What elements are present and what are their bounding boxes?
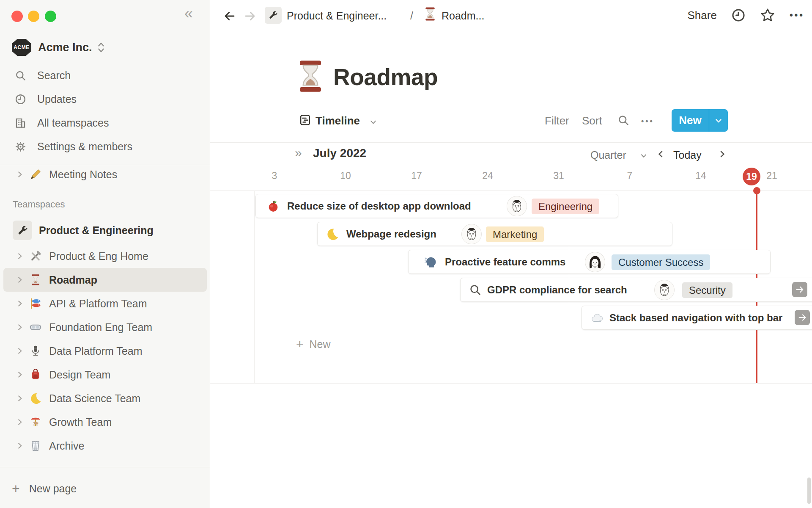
- breadcrumb-hourglass-icon: [423, 7, 437, 21]
- sidebar-item-label: Growth Team: [49, 416, 112, 428]
- timeline-card-stack-navigation[interactable]: Stack based navigation with top bar: [582, 306, 812, 330]
- wrench-icon: [13, 221, 32, 240]
- timeline-expand-icon[interactable]: »: [295, 146, 302, 160]
- new-button-label: New: [672, 114, 709, 127]
- chevron-right-icon[interactable]: [16, 171, 24, 178]
- date-tick: 14: [695, 170, 706, 182]
- scroll-right-arrow-button[interactable]: [795, 310, 810, 325]
- window-zoom-button[interactable]: [45, 11, 56, 22]
- chevron-right-icon[interactable]: [16, 347, 24, 355]
- timeline-card-reduce-size[interactable]: Reduce size of desktop app download Engi…: [255, 194, 618, 218]
- zoom-chevron-down-icon[interactable]: [640, 152, 647, 159]
- teamspace-product-engineering[interactable]: Product & Engineering: [0, 218, 210, 242]
- avatar: [462, 224, 481, 244]
- timeline-card-proactive-feature-comms[interactable]: Proactive feature comms Customer Success: [408, 250, 771, 274]
- sidebar-item-product-eng-home[interactable]: Product & Eng Home: [0, 244, 210, 268]
- timeline-card-gdpr-compliance[interactable]: GDPR compliance for search Security: [460, 278, 812, 302]
- timeline-next-icon[interactable]: [718, 150, 727, 158]
- history-clock-icon[interactable]: [731, 8, 746, 22]
- timeline-month-label[interactable]: July 2022: [313, 146, 366, 160]
- search-icon[interactable]: [617, 114, 629, 126]
- sidebar-collapse-icon[interactable]: «: [184, 6, 193, 21]
- timeline-card-webpage-redesign[interactable]: Webpage redesign Marketing: [317, 222, 672, 246]
- vertical-scrollbar[interactable]: [807, 478, 811, 504]
- sort-button[interactable]: Sort: [582, 114, 602, 127]
- sidebar-item-foundation-eng-team[interactable]: Foundation Eng Team: [0, 315, 210, 339]
- sidebar-item-design-team[interactable]: Design Team: [0, 363, 210, 387]
- wastebasket-icon: [29, 440, 42, 452]
- search-icon: [13, 70, 28, 81]
- chevron-right-icon[interactable]: [16, 371, 24, 378]
- breadcrumb-current[interactable]: Roadm...: [442, 10, 484, 22]
- sidebar-item-api-platform-team[interactable]: API & Platform Team: [0, 292, 210, 315]
- view-tab-timeline[interactable]: Timeline: [315, 114, 360, 127]
- sidebar-item-updates[interactable]: Updates: [0, 87, 210, 111]
- date-tick: 17: [411, 170, 422, 182]
- sidebar-item-data-platform-team[interactable]: Data Platform Team: [0, 339, 210, 363]
- new-page-label: New page: [29, 483, 77, 495]
- plus-icon: +: [12, 482, 20, 495]
- nav-back-button[interactable]: [223, 10, 236, 22]
- pencil-icon: [29, 168, 42, 180]
- card-title: Reduce size of desktop app download: [287, 200, 471, 212]
- sidebar-item-all-teamspaces[interactable]: All teamspaces: [0, 111, 210, 135]
- breadcrumb-parent[interactable]: Product & Engineer...: [287, 10, 387, 22]
- sidebar-item-growth-team[interactable]: Growth Team: [0, 410, 210, 434]
- sidebar-item-data-science-team[interactable]: Data Science Team: [0, 387, 210, 410]
- sidebar-item-roadmap[interactable]: Roadmap: [3, 268, 207, 292]
- toolbar-divider: [210, 142, 812, 143]
- teamspace-name: Product & Engineering: [39, 224, 154, 237]
- chevron-right-icon[interactable]: [16, 252, 24, 260]
- team-tag: Security: [682, 282, 732, 298]
- timeline-zoom-select[interactable]: Quarter: [590, 149, 626, 161]
- crescent-moon-icon: [326, 228, 339, 240]
- view-more-icon[interactable]: •••: [641, 117, 654, 126]
- chevron-right-icon[interactable]: [16, 300, 24, 307]
- page-hourglass-icon[interactable]: [294, 59, 327, 93]
- breadcrumb-wrench-icon[interactable]: [265, 7, 282, 24]
- nav-forward-button[interactable]: [244, 10, 256, 22]
- sidebar-item-label: Design Team: [49, 369, 110, 381]
- sidebar: « ACME Acme Inc. Search Updates All team…: [0, 0, 210, 508]
- new-button-chevron-icon[interactable]: [709, 117, 728, 124]
- timeline-prev-icon[interactable]: [656, 150, 665, 158]
- workspace-switcher[interactable]: ACME Acme Inc.: [0, 36, 210, 58]
- window-minimize-button[interactable]: [28, 11, 39, 22]
- breadcrumb-separator: /: [410, 10, 413, 22]
- favorite-star-icon[interactable]: [760, 8, 775, 23]
- sidebar-item-archive[interactable]: Archive: [0, 434, 210, 458]
- plus-icon: +: [296, 338, 304, 351]
- window-close-button[interactable]: [11, 11, 23, 22]
- timeline-today-button[interactable]: Today: [673, 149, 702, 161]
- sidebar-item-label: Archive: [49, 440, 84, 452]
- chevron-right-icon[interactable]: [16, 418, 24, 426]
- topbar-actions: Share •••: [688, 0, 805, 30]
- share-button[interactable]: Share: [688, 9, 717, 22]
- scroll-right-arrow-button[interactable]: [792, 282, 807, 297]
- sidebar-item-label: Settings & members: [37, 141, 132, 153]
- add-new-label: New: [310, 338, 331, 351]
- sidebar-item-meeting-notes[interactable]: Meeting Notes: [0, 164, 210, 185]
- timeline-add-new-button[interactable]: + New: [296, 338, 331, 351]
- card-title: Stack based navigation with top bar: [609, 312, 782, 324]
- date-tick: 3: [272, 170, 277, 182]
- workspace-switch-icon: [96, 41, 106, 54]
- sidebar-item-search[interactable]: Search: [0, 64, 210, 87]
- more-icon[interactable]: •••: [790, 10, 804, 21]
- chevron-right-icon[interactable]: [16, 442, 24, 450]
- team-tag: Customer Success: [612, 254, 710, 270]
- sidebar-item-label: Data Platform Team: [49, 345, 142, 357]
- chevron-right-icon[interactable]: [16, 323, 24, 331]
- avatar: [507, 196, 527, 216]
- view-chevron-down-icon[interactable]: [370, 119, 377, 126]
- sidebar-item-settings-members[interactable]: Settings & members: [0, 135, 210, 158]
- team-tag: Engineering: [532, 199, 599, 214]
- team-tag: Marketing: [486, 226, 544, 242]
- goggles-icon: [29, 321, 42, 333]
- filter-button[interactable]: Filter: [545, 114, 569, 127]
- new-button[interactable]: New: [672, 109, 728, 132]
- chevron-right-icon[interactable]: [16, 276, 24, 284]
- building-icon: [13, 117, 28, 129]
- chevron-right-icon[interactable]: [16, 395, 24, 402]
- new-page-button[interactable]: + New page: [0, 478, 210, 500]
